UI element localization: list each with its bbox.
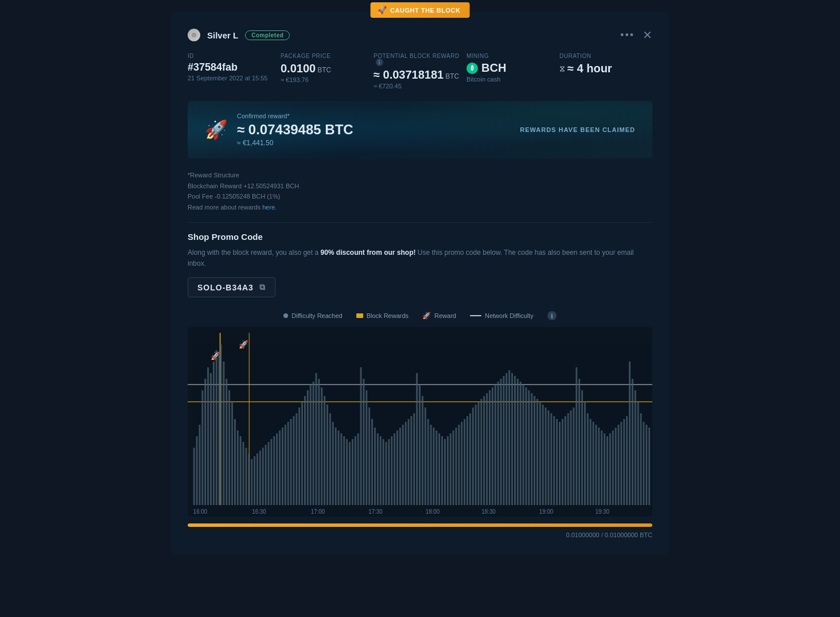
svg-rect-53 <box>321 387 322 505</box>
potential-info-icon[interactable]: ℹ <box>376 59 383 66</box>
blockchain-reward: Blockchain Reward +12.50524931 BCH <box>188 181 652 192</box>
svg-rect-132 <box>542 405 544 505</box>
svg-rect-82 <box>402 425 404 505</box>
svg-point-1 <box>192 33 196 37</box>
svg-rect-54 <box>324 396 325 505</box>
svg-rect-149 <box>590 419 592 505</box>
svg-text:19:00: 19:00 <box>539 509 554 515</box>
svg-rect-81 <box>399 428 401 505</box>
svg-rect-130 <box>536 399 538 505</box>
svg-rect-10 <box>201 390 203 505</box>
svg-rect-63 <box>349 442 351 505</box>
svg-rect-147 <box>584 402 586 505</box>
svg-rect-138 <box>559 422 561 505</box>
progress-bar-outer <box>188 523 652 527</box>
svg-rect-80 <box>396 430 398 505</box>
chart-info-icon[interactable]: ℹ <box>547 311 557 320</box>
read-more-link[interactable]: here <box>262 204 275 211</box>
svg-rect-32 <box>262 448 264 505</box>
svg-rect-33 <box>265 445 267 505</box>
more-options-button[interactable]: ••• <box>620 29 635 41</box>
svg-rect-150 <box>593 422 594 505</box>
svg-text:17:00: 17:00 <box>311 509 325 515</box>
svg-rect-119 <box>505 373 507 505</box>
progress-section: 0.01000000 / 0.01000000 BTC <box>188 517 652 543</box>
svg-rect-58 <box>335 428 337 505</box>
svg-rect-95 <box>438 433 440 505</box>
hourglass-icon: ⧖ <box>559 64 565 73</box>
caught-block-badge: 🚀 Caught the BLOCK <box>371 2 470 18</box>
svg-rect-56 <box>329 413 331 505</box>
svg-rect-116 <box>497 382 499 505</box>
svg-rect-156 <box>609 433 611 505</box>
svg-rect-87 <box>416 373 418 505</box>
svg-rect-96 <box>441 436 443 505</box>
read-more-text: Read more about rewards here. <box>188 202 652 213</box>
svg-rect-166 <box>637 402 639 505</box>
reward-rocket-icon: 🚀 <box>205 119 228 141</box>
svg-rect-39 <box>282 428 283 505</box>
svg-text:18:30: 18:30 <box>481 509 496 515</box>
svg-rect-102 <box>458 425 460 505</box>
promo-code-text: SOLO-B34A3 <box>197 283 254 292</box>
svg-rect-29 <box>254 456 255 505</box>
copy-icon[interactable]: ⧉ <box>259 282 266 292</box>
svg-rect-51 <box>316 373 317 505</box>
info-col-potential: Potential Block Reward ℹ ≈ 0.03718181BTC… <box>374 53 466 90</box>
svg-rect-112 <box>486 393 488 505</box>
svg-rect-78 <box>391 436 392 505</box>
svg-rect-158 <box>615 428 617 505</box>
svg-rect-41 <box>287 422 289 505</box>
svg-rect-122 <box>514 376 516 505</box>
svg-rect-14 <box>213 362 215 505</box>
svg-rect-69 <box>365 390 367 505</box>
svg-rect-98 <box>447 436 449 505</box>
reward-left: 🚀 Confirmed reward* ≈ 0.07439485 BTC ≈ €… <box>205 112 353 147</box>
svg-rect-48 <box>307 390 309 505</box>
svg-rect-153 <box>601 430 602 505</box>
svg-rect-118 <box>503 376 504 505</box>
reward-amount: ≈ 0.07439485 BTC <box>237 122 353 138</box>
svg-rect-73 <box>377 433 379 505</box>
svg-rect-75 <box>383 439 384 505</box>
svg-rect-42 <box>290 419 292 505</box>
svg-rect-143 <box>573 408 574 505</box>
svg-rect-57 <box>332 422 334 505</box>
svg-rect-144 <box>575 367 577 505</box>
svg-rect-114 <box>492 387 493 505</box>
mining-name: Bitcoin cash <box>466 76 559 83</box>
svg-text:🚀: 🚀 <box>239 340 249 350</box>
svg-rect-25 <box>243 442 244 505</box>
svg-text:17:30: 17:30 <box>368 509 383 515</box>
svg-text:16:30: 16:30 <box>252 509 266 515</box>
svg-rect-13 <box>210 373 212 505</box>
svg-rect-9 <box>199 425 201 505</box>
svg-rect-64 <box>352 439 353 505</box>
info-col-duration: Duration ⧖ ≈ 4 hour <box>559 53 652 90</box>
svg-rect-110 <box>480 399 482 505</box>
svg-rect-37 <box>276 433 278 505</box>
svg-rect-7 <box>193 448 195 505</box>
close-button[interactable]: ✕ <box>643 29 652 41</box>
svg-rect-157 <box>612 430 614 505</box>
svg-rect-91 <box>427 419 429 505</box>
legend-block-rewards: Block Rewards <box>356 312 409 319</box>
svg-rect-93 <box>433 428 434 505</box>
svg-rect-115 <box>495 385 496 505</box>
reward-structure-title: *Reward Structure <box>188 170 652 181</box>
svg-rect-49 <box>310 385 312 505</box>
svg-rect-142 <box>570 410 572 505</box>
svg-rect-18 <box>223 362 224 505</box>
svg-rect-141 <box>567 413 569 505</box>
svg-rect-16 <box>219 356 220 505</box>
svg-rect-36 <box>273 436 275 505</box>
svg-rect-97 <box>444 439 446 505</box>
svg-rect-68 <box>363 379 364 505</box>
svg-rect-151 <box>595 425 597 505</box>
svg-rect-135 <box>550 413 552 505</box>
info-grid: ID #37584fab 21 September 2022 at 15:55 … <box>188 53 652 90</box>
legend-network-difficulty: Network Difficulty <box>470 312 534 319</box>
svg-rect-128 <box>531 393 532 505</box>
mining-currency: BCH <box>481 61 506 75</box>
header-right: ••• ✕ <box>620 29 652 41</box>
